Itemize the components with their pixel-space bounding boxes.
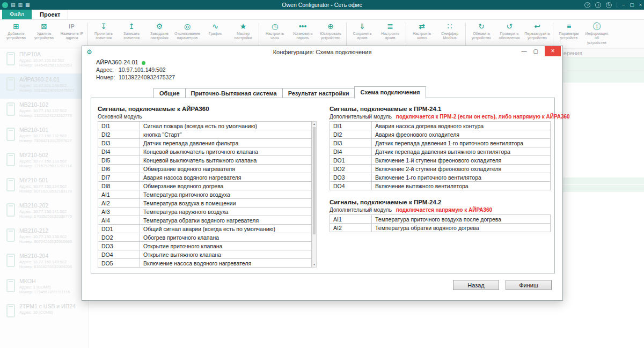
quick-access-icon-2[interactable]: ▥ — [18, 2, 23, 8]
configure-archive-button[interactable]: ≣Настроить архив — [376, 21, 404, 48]
prm-signals-section: Сигналы, подключаемые к ПРМ-24.1 Дополни… — [330, 106, 551, 232]
reboot-device-button[interactable]: ↩Перезагрузить устройство — [523, 21, 551, 48]
signal-name-cell: DO1 — [98, 225, 140, 233]
toolbar-separator — [87, 23, 88, 46]
toolbar-button-label: Сохранить архив — [353, 32, 372, 41]
toolbar-separator — [346, 23, 347, 46]
signal-row: DI6Обмерзание водяного нагревателя — [98, 165, 312, 173]
delete-devices-button[interactable]: ⊠Удалить устройства — [30, 21, 58, 48]
update-device-button[interactable]: ↻Обновить устройство — [467, 21, 495, 48]
signal-name-cell: DI3 — [330, 139, 372, 147]
signal-name-cell: DI4 — [330, 147, 372, 156]
ribbon-tab-row: Файл Проект — [0, 10, 644, 20]
signal-description-cell: Температура наружного воздуха — [140, 208, 312, 216]
ip-icon: IP — [69, 21, 75, 32]
read-values-icon: ↧ — [100, 21, 107, 32]
section-heading: Сигналы, подключаемые к ПРМ-24.1 — [330, 106, 551, 112]
signal-description-cell: Температура приточного воздуха — [140, 190, 312, 199]
signal-description-cell: Открытие приточного клапана — [140, 242, 312, 250]
modbus-sniffer-button[interactable]: ∷Сниффер Modbus — [436, 21, 464, 48]
toolbar-button-label: График — [209, 32, 222, 36]
signal-row: DO3Открытие приточного клапана — [98, 242, 312, 250]
signal-name-cell: DI2 — [98, 130, 140, 139]
signal-row: DI8Обмерзание водяного догрева — [98, 182, 312, 190]
set-password-button[interactable]: •••Установить пароль — [289, 21, 317, 48]
number-value: 101392240932475327 — [119, 74, 175, 80]
signal-name-cell: DO4 — [330, 182, 372, 190]
reboot-icon: ↩ — [534, 21, 540, 32]
signal-description-cell: Авария насоса водяного нагревателя — [140, 173, 312, 182]
signal-name-cell: DO3 — [330, 173, 372, 182]
aira360-signals-section: Сигналы, подключаемые к АЙРА360 Основной… — [98, 106, 317, 268]
titlebar: ▤ ▥ ▦ Owen Configurator - Сеть офис ? i … — [0, 0, 644, 10]
dialog-window-controls: — ▢ × — [522, 46, 561, 56]
dialog-close-button[interactable]: × — [545, 46, 561, 56]
toolbar-button-label: Сниффер Modbus — [441, 32, 458, 41]
info-icon[interactable]: i — [595, 2, 601, 8]
signal-row: DI2кнопка "Старт" — [98, 130, 312, 139]
signal-row: DO1Общий сигнал аварии (всегда есть по у… — [98, 225, 312, 233]
signal-description-cell: Температура обратки водяного нагревателя — [140, 216, 312, 225]
help-icon[interactable]: ? — [584, 2, 590, 8]
quick-access-icon-3[interactable]: ▦ — [25, 2, 30, 8]
signal-name-cell: AI1 — [98, 190, 140, 199]
signal-description-cell: Обогрев приточного клапана — [140, 233, 312, 242]
factory-settings-button[interactable]: ⚙Заводские настройки — [145, 21, 173, 48]
close-button[interactable]: × — [639, 2, 642, 8]
signal-row: AI1Температура приточного воздуха после … — [330, 215, 551, 224]
window-title: Owen Configurator - Сеть офис — [109, 2, 535, 8]
toolbar-button-label: Добавить устройства — [6, 32, 26, 41]
tab-project[interactable]: Проект — [32, 10, 68, 19]
finish-button[interactable]: Финиш — [506, 280, 552, 290]
tab-connection-diagram[interactable]: Схема подключения — [354, 86, 426, 99]
signal-name-cell: DI2 — [330, 130, 372, 139]
tab-setup-result[interactable]: Результат настройки — [282, 88, 355, 98]
minimize-button[interactable]: – — [622, 2, 625, 8]
tab-file[interactable]: Файл — [2, 10, 32, 19]
back-button[interactable]: Назад — [453, 280, 499, 290]
toolbar-button-label: Записать значения — [123, 32, 140, 41]
save-archive-button[interactable]: ⇓Сохранить архив — [348, 21, 376, 48]
signal-name-cell: DO1 — [330, 156, 372, 165]
write-values-button[interactable]: ↥Записать значения — [118, 21, 145, 48]
check-updates-button[interactable]: ↺Проверить обновления — [495, 21, 523, 48]
signal-name-cell: AI3 — [98, 208, 140, 216]
assign-ip-button[interactable]: IPНазначить IP адреса — [58, 21, 86, 48]
adjust-device-button[interactable]: ⊕Юстировать устройство — [317, 21, 345, 48]
wizard-icon: ★ — [240, 21, 247, 32]
device-information-button[interactable]: ⓘИнформация об устройстве — [583, 21, 611, 48]
set-clock-button[interactable]: ◷Настроить часы — [261, 21, 289, 48]
toolbar-button-label: Параметры устройств — [559, 32, 579, 41]
section-heading: Сигналы, подключаемые к АЙРА360 — [98, 106, 317, 112]
read-values-button[interactable]: ↧Прочитать значения — [90, 21, 118, 48]
toolbar-button-label: Информация об устройстве — [583, 32, 611, 45]
graph-button[interactable]: ∿График — [201, 21, 229, 48]
section-subtitle: Основной модуль — [98, 114, 317, 120]
tab-supply-exhaust-system[interactable]: Приточно-Вытяжная система — [185, 88, 283, 98]
tab-general[interactable]: Общие — [153, 88, 186, 98]
configure-gateway-button[interactable]: ⇄Настроить шлюз — [408, 21, 436, 48]
write-values-icon: ↥ — [128, 21, 135, 32]
dialog-maximize-button[interactable]: ▢ — [533, 46, 538, 56]
refresh-icon[interactable]: ↻ — [606, 2, 612, 8]
signal-row: DI2Авария фреонового охладителя — [330, 130, 551, 139]
add-devices-button[interactable]: ⊞Добавить устройства — [2, 21, 30, 48]
quick-access-icon-1[interactable]: ▤ — [11, 2, 16, 8]
add-device-icon: ⊞ — [13, 21, 19, 32]
table-scrollbar[interactable]: ▲ ▼ — [312, 121, 317, 268]
scroll-up-icon[interactable]: ▲ — [312, 122, 316, 127]
device-parameters-button[interactable]: ≡Параметры устройств — [555, 21, 583, 48]
graph-icon: ∿ — [212, 21, 218, 32]
setup-wizard-button[interactable]: ★Мастер настройки — [229, 21, 257, 48]
watch-parameters-button[interactable]: ◎Отслеживание параметров — [173, 21, 201, 48]
scroll-down-icon[interactable]: ▼ — [312, 262, 316, 267]
signal-description-cell: Датчик перепада давления вытяжного венти… — [372, 147, 551, 156]
signal-name-cell: DI1 — [330, 122, 372, 130]
signal-row: DI3Датчик перепада давления фильтра — [98, 139, 312, 147]
check-updates-icon: ↺ — [506, 21, 513, 32]
signal-row: DI1Сигнал пожара (всегда есть по умолчан… — [98, 122, 312, 130]
prm1-signals-table: DI1Авария насоса догрева водяного контур… — [330, 121, 551, 190]
dialog-minimize-button[interactable]: — — [522, 46, 527, 56]
scrollbar-thumb[interactable] — [313, 127, 316, 234]
maximize-button[interactable]: ▢ — [630, 2, 634, 8]
